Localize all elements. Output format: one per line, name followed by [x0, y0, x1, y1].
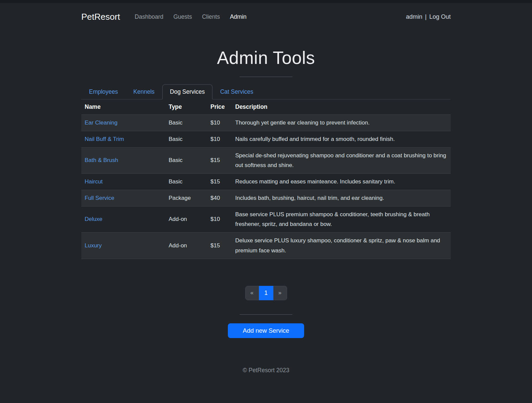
add-new-service-button[interactable]: Add new Service: [228, 323, 304, 338]
service-description: Special de-shed rejuvenating shampoo and…: [232, 147, 451, 174]
brand-logo[interactable]: PetResort: [81, 12, 120, 22]
service-description: Deluxe service PLUS luxury shampoo, cond…: [232, 233, 451, 259]
window-top-strip: [0, 0, 532, 3]
pagination-divider: [240, 314, 292, 315]
nav-user-divider: |: [425, 13, 427, 20]
pagination-next-button[interactable]: »: [273, 286, 287, 300]
service-price: $15: [207, 233, 232, 259]
service-type: Basic: [165, 147, 207, 174]
nav-links: Dashboard Guests Clients Admin: [125, 13, 247, 20]
nav-link-guests[interactable]: Guests: [173, 13, 192, 20]
service-type: Basic: [165, 131, 207, 147]
table-row: Ear Cleaning Basic $10 Thorough yet gent…: [81, 115, 451, 131]
pagination-page-1[interactable]: 1: [259, 286, 273, 300]
service-description: Base service PLUS premium shampoo & cond…: [232, 206, 451, 233]
tab-kennels[interactable]: Kennels: [126, 84, 162, 99]
service-type: Add-on: [165, 206, 207, 233]
service-type: Package: [165, 190, 207, 206]
service-link-bath-brush[interactable]: Bath & Brush: [85, 157, 118, 163]
footer-copyright: © PetResort 2023: [0, 367, 532, 374]
service-link-nail-buff-trim[interactable]: Nail Buff & Trim: [85, 136, 124, 142]
navbar: PetResort Dashboard Guests Clients Admin…: [0, 3, 532, 28]
service-description: Includes bath, brushing, haircut, nail t…: [232, 190, 451, 206]
service-price: $10: [207, 115, 232, 131]
table-row: Deluxe Add-on $10 Base service PLUS prem…: [81, 206, 451, 233]
service-price: $10: [207, 206, 232, 233]
title-divider: [240, 77, 292, 77]
pagination: « 1 »: [245, 286, 287, 300]
logout-link[interactable]: Log Out: [429, 13, 451, 20]
service-price: $10: [207, 131, 232, 147]
service-link-ear-cleaning[interactable]: Ear Cleaning: [85, 119, 117, 126]
admin-tabs: Employees Kennels Dog Services Cat Servi…: [81, 84, 451, 99]
service-price: $15: [207, 147, 232, 174]
pagination-prev-button[interactable]: «: [245, 286, 259, 300]
service-description: Thorough yet gentle ear cleaning to prev…: [232, 115, 451, 131]
service-description: Reduces matting and eases mainteance. In…: [232, 174, 451, 190]
tab-cat-services[interactable]: Cat Services: [212, 84, 261, 99]
table-row: Full Service Package $40 Includes bath, …: [81, 190, 451, 206]
dog-services-table: Name Type Price Description Ear Cleaning…: [81, 99, 451, 259]
table-row: Nail Buff & Trim Basic $10 Nails careful…: [81, 131, 451, 147]
username-link[interactable]: admin: [406, 13, 422, 20]
service-link-full-service[interactable]: Full Service: [85, 195, 114, 201]
nav-link-admin[interactable]: Admin: [230, 13, 247, 20]
page-title: Admin Tools: [0, 48, 532, 68]
service-link-luxury[interactable]: Luxury: [85, 242, 102, 249]
service-price: $40: [207, 190, 232, 206]
column-header-name: Name: [81, 99, 165, 115]
table-row: Haircut Basic $15 Reduces matting and ea…: [81, 174, 451, 190]
service-type: Basic: [165, 174, 207, 190]
nav-link-clients[interactable]: Clients: [202, 13, 220, 20]
column-header-description: Description: [232, 99, 451, 115]
service-link-deluxe[interactable]: Deluxe: [85, 216, 102, 222]
service-type: Basic: [165, 115, 207, 131]
tab-dog-services[interactable]: Dog Services: [162, 84, 212, 99]
service-price: $15: [207, 174, 232, 190]
table-row: Bath & Brush Basic $15 Special de-shed r…: [81, 147, 451, 174]
admin-tools-panel: Employees Kennels Dog Services Cat Servi…: [81, 84, 451, 338]
nav-user-area: admin | Log Out: [406, 13, 451, 20]
column-header-type: Type: [165, 99, 207, 115]
table-header-row: Name Type Price Description: [81, 99, 451, 115]
column-header-price: Price: [207, 99, 232, 115]
tab-employees[interactable]: Employees: [81, 84, 126, 99]
service-link-haircut[interactable]: Haircut: [85, 178, 103, 185]
service-type: Add-on: [165, 233, 207, 259]
table-row: Luxury Add-on $15 Deluxe service PLUS lu…: [81, 233, 451, 259]
nav-link-dashboard[interactable]: Dashboard: [135, 13, 164, 20]
service-description: Nails carefully buffed and trimmed for a…: [232, 131, 451, 147]
